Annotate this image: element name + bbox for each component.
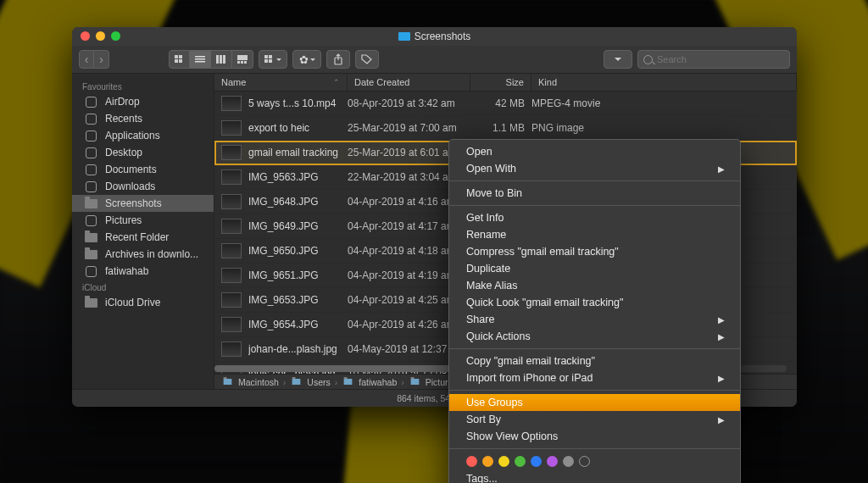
sidebar-item-pictures[interactable]: Pictures: [72, 212, 214, 229]
tag-color[interactable]: [466, 456, 477, 467]
file-thumbnail: [214, 120, 248, 136]
svg-rect-2: [175, 59, 178, 63]
sidebar-item-desktop[interactable]: Desktop: [72, 144, 214, 161]
folder-icon: [84, 231, 98, 243]
sidebar-item-label: Applications: [105, 130, 160, 142]
path-segment[interactable]: fatiwahab: [359, 377, 397, 387]
sidebar-item-screenshots[interactable]: Screenshots: [72, 195, 214, 212]
menu-item-copy-gmail-email-tracking[interactable]: Copy "gmail email tracking": [449, 353, 740, 369]
file-name: IMG_9654.JPG: [248, 319, 348, 330]
menu-item-import-from-iphone-or-ipad[interactable]: Import from iPhone or iPad▶: [449, 369, 740, 386]
docs-icon: [84, 164, 98, 175]
sidebar-item-label: Recents: [105, 113, 142, 125]
path-segment[interactable]: Macintosh: [238, 377, 279, 387]
menu-item-quick-actions[interactable]: Quick Actions▶: [449, 328, 740, 345]
sidebar-item-label: Recent Folder: [105, 231, 169, 243]
menu-item-move-to-bin[interactable]: Move to Bin: [449, 185, 740, 202]
sidebar-item-airdrop[interactable]: AirDrop: [72, 93, 214, 110]
sidebar-item-recents[interactable]: Recents: [72, 110, 214, 127]
menu-item-quick-look-gmail-email-tracking[interactable]: Quick Look "gmail email tracking": [449, 294, 740, 311]
menu-item-open[interactable]: Open: [449, 143, 740, 160]
sidebar-item-fatiwahab[interactable]: fatiwahab: [72, 263, 214, 280]
sort-dropdown[interactable]: [604, 50, 632, 69]
group-by-dropdown[interactable]: [259, 50, 287, 69]
fullscreen-button[interactable]: [111, 31, 120, 41]
menu-item-tags[interactable]: Tags...: [449, 470, 740, 483]
view-icon-button[interactable]: [169, 50, 190, 69]
window-title-text: Screenshots: [415, 31, 471, 42]
menu-item-make-alias[interactable]: Make Alias: [449, 277, 740, 294]
file-thumbnail: [214, 243, 248, 258]
column-kind[interactable]: Kind: [531, 74, 797, 91]
submenu-arrow-icon: ▶: [718, 315, 725, 325]
menu-item-show-view-options[interactable]: Show View Options: [449, 428, 740, 445]
recents-icon: [84, 113, 98, 125]
menu-item-rename[interactable]: Rename: [449, 226, 740, 243]
file-date: 25-Mar-2019 at 7:00 am: [348, 122, 470, 134]
view-gallery-button[interactable]: [232, 50, 253, 69]
tag-color[interactable]: [547, 456, 558, 467]
folder-icon: [224, 379, 232, 385]
submenu-arrow-icon: ▶: [718, 374, 725, 383]
back-button[interactable]: ‹: [79, 50, 94, 69]
tag-color[interactable]: [531, 456, 542, 467]
menu-item-get-info[interactable]: Get Info: [449, 209, 740, 226]
pictures-icon: [84, 214, 98, 226]
tag-color[interactable]: [482, 456, 493, 467]
svg-rect-11: [237, 61, 240, 64]
close-button[interactable]: [81, 31, 90, 41]
svg-rect-6: [195, 61, 205, 63]
file-name: export to heic: [248, 122, 348, 134]
menu-item-share[interactable]: Share▶: [449, 311, 740, 328]
sidebar-item-label: AirDrop: [105, 96, 140, 108]
tag-color[interactable]: [515, 456, 526, 467]
view-list-button[interactable]: [190, 50, 211, 69]
search-input[interactable]: [657, 54, 784, 64]
titlebar[interactable]: Screenshots: [72, 27, 797, 46]
desktop-icon: [84, 147, 98, 158]
action-dropdown[interactable]: ✿: [292, 50, 321, 69]
sidebar-item-icloud-drive[interactable]: iCloud Drive: [72, 294, 214, 311]
file-row[interactable]: 5 ways t...s 10.mp408-Apr-2019 at 3:42 a…: [214, 92, 797, 116]
file-kind: PNG image: [531, 122, 797, 134]
toolbar: ‹ › ✿: [72, 46, 797, 74]
file-size: 42 MB: [470, 97, 531, 109]
sidebar-item-documents[interactable]: Documents: [72, 161, 214, 178]
search-field[interactable]: [637, 50, 790, 69]
column-name[interactable]: Name⌃: [214, 74, 348, 91]
tag-color[interactable]: [563, 456, 574, 467]
sidebar-item-archives-in-downlo-[interactable]: Archives in downlo...: [72, 246, 214, 263]
sidebar-item-label: Pictures: [105, 214, 142, 226]
file-thumbnail: [214, 292, 248, 308]
context-menu: OpenOpen With▶Move to BinGet InfoRenameC…: [448, 139, 741, 483]
folder-icon: [410, 379, 419, 385]
view-column-button[interactable]: [211, 50, 232, 69]
forward-button[interactable]: ›: [94, 50, 109, 69]
file-row[interactable]: export to heic25-Mar-2019 at 7:00 am1.1 …: [214, 116, 797, 141]
menu-item-open-with[interactable]: Open With▶: [449, 160, 740, 177]
search-icon: [643, 55, 653, 64]
sidebar-item-recent-folder[interactable]: Recent Folder: [72, 229, 214, 246]
sidebar-item-applications[interactable]: Applications: [72, 127, 214, 144]
file-name: gmail email tracking: [248, 147, 348, 158]
tags-button[interactable]: [355, 50, 379, 69]
column-size[interactable]: Size: [470, 74, 531, 91]
tag-color[interactable]: [498, 456, 509, 467]
svg-rect-8: [220, 55, 222, 64]
column-date[interactable]: Date Created: [348, 74, 470, 91]
file-thumbnail: [214, 96, 248, 111]
svg-rect-1: [179, 55, 182, 58]
share-button[interactable]: [326, 50, 350, 69]
menu-item-compress-gmail-email-tracking[interactable]: Compress "gmail email tracking": [449, 243, 740, 260]
menu-item-use-groups[interactable]: Use Groups: [449, 394, 740, 411]
nav-buttons: ‹ ›: [79, 50, 109, 69]
svg-rect-9: [223, 55, 225, 64]
menu-item-sort-by[interactable]: Sort By▶: [449, 411, 740, 428]
tag-color[interactable]: [579, 456, 590, 467]
minimize-button[interactable]: [96, 31, 105, 41]
menu-item-duplicate[interactable]: Duplicate: [449, 260, 740, 277]
sidebar-item-downloads[interactable]: Downloads: [72, 178, 214, 195]
path-segment[interactable]: Users: [307, 377, 330, 387]
file-date: 08-Apr-2019 at 3:42 am: [348, 97, 470, 109]
submenu-arrow-icon: ▶: [718, 332, 725, 341]
